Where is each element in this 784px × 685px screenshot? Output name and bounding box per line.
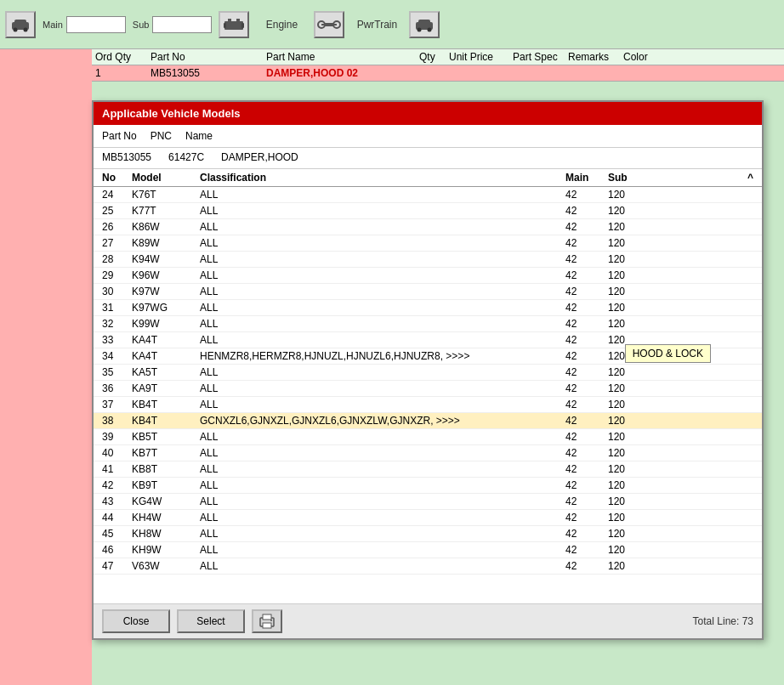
table-row[interactable]: 35 KA5T ALL 42 120 xyxy=(94,365,762,381)
table-row[interactable]: 28 K94W ALL 42 120 xyxy=(94,252,762,268)
row-no: 43 xyxy=(102,495,132,507)
car-icon-btn[interactable] xyxy=(5,11,36,38)
table-row[interactable]: 40 KB7T ALL 42 120 xyxy=(94,445,762,461)
row-no: 28 xyxy=(102,253,132,265)
modal-table-header-row: No Model Classification Main Sub ^ xyxy=(94,169,762,187)
mcol-header-scroll: ^ xyxy=(650,172,753,184)
table-row[interactable]: 25 K77T ALL 42 120 xyxy=(94,203,762,219)
table-row[interactable]: 26 K86W ALL 42 120 xyxy=(94,219,762,235)
part-row-unitprice xyxy=(449,67,513,79)
row-no: 31 xyxy=(102,302,132,314)
table-row[interactable]: 37 KB4T ALL 42 120 xyxy=(94,397,762,413)
pwrtrain-label: PwrTrain xyxy=(351,19,402,31)
mcol-header-sub: Sub xyxy=(608,172,650,184)
table-row[interactable]: 47 V63W ALL 42 120 xyxy=(94,558,762,575)
row-sub: 120 xyxy=(608,205,650,217)
print-button[interactable] xyxy=(252,609,282,633)
main-input[interactable] xyxy=(66,16,126,33)
row-no: 46 xyxy=(102,544,132,556)
table-row[interactable]: 43 KG4W ALL 42 120 xyxy=(94,494,762,510)
row-extra xyxy=(650,189,753,201)
row-sub: 120 xyxy=(608,221,650,233)
row-sub: 120 xyxy=(608,560,650,572)
row-main: 42 xyxy=(565,463,608,475)
table-row[interactable]: 36 KA9T ALL 42 120 xyxy=(94,381,762,397)
row-no: 37 xyxy=(102,399,132,410)
close-button[interactable]: Close xyxy=(102,609,170,633)
parts-data-row[interactable]: 1 61427C 1 MB513055 DAMPER,HOOD 02 xyxy=(0,65,784,82)
row-classification: ALL xyxy=(200,479,565,491)
row-sub: 120 xyxy=(608,463,650,475)
row-classification: ALL xyxy=(200,399,565,410)
row-classification: ALL xyxy=(200,237,565,249)
row-extra xyxy=(650,560,753,572)
row-no: 27 xyxy=(102,237,132,249)
row-extra xyxy=(650,544,753,556)
table-row[interactable]: 44 KH4W ALL 42 120 xyxy=(94,510,762,526)
table-row[interactable]: 29 K96W ALL 42 120 xyxy=(94,268,762,284)
svg-point-16 xyxy=(418,27,422,31)
table-row[interactable]: 45 KH8W ALL 42 120 xyxy=(94,526,762,542)
row-classification: ALL xyxy=(200,447,565,459)
table-row[interactable]: 39 KB5T ALL 42 120 xyxy=(94,429,762,445)
part-row-color xyxy=(623,67,666,79)
col-header-remarks: Remarks xyxy=(568,51,623,63)
part-row-ordqty: 1 xyxy=(95,67,151,79)
row-model: K89W xyxy=(132,237,200,249)
table-row[interactable]: 27 K89W ALL 42 120 xyxy=(94,235,762,252)
right-icon-btn[interactable] xyxy=(409,11,440,38)
select-button[interactable]: Select xyxy=(177,609,245,633)
row-model: V63W xyxy=(132,560,200,572)
table-row[interactable]: 32 K99W ALL 42 120 xyxy=(94,316,762,332)
row-no: 45 xyxy=(102,528,132,540)
col-header-color: Color xyxy=(623,51,666,63)
row-sub: 120 xyxy=(608,382,650,394)
row-no: 26 xyxy=(102,221,132,233)
row-classification: ALL xyxy=(200,560,565,572)
row-sub: 120 xyxy=(608,447,650,459)
part-row-partspec xyxy=(513,67,568,79)
modal-table-body[interactable]: 24 K76T ALL 42 120 25 K77T ALL 42 120 26… xyxy=(94,187,762,603)
row-classification: ALL xyxy=(200,366,565,378)
row-extra xyxy=(650,253,753,265)
part-row-qty xyxy=(419,67,449,79)
engine-icon-btn[interactable] xyxy=(219,11,249,38)
table-row[interactable]: 30 K97W ALL 42 120 xyxy=(94,284,762,300)
row-sub: 120 xyxy=(608,495,650,507)
table-row[interactable]: 38 KB4T GCNXZL6,GJNXZL,GJNXZL6,GJNXZLW,G… xyxy=(94,413,762,429)
table-row[interactable]: 42 KB9T ALL 42 120 xyxy=(94,478,762,494)
row-main: 42 xyxy=(565,544,608,556)
row-model: KH9W xyxy=(132,544,200,556)
row-classification: ALL xyxy=(200,253,565,265)
table-row[interactable]: 46 KH9W ALL 42 120 xyxy=(94,542,762,558)
table-row[interactable]: 24 K76T ALL 42 120 xyxy=(94,187,762,203)
pwrtrain-icon-btn[interactable] xyxy=(314,11,344,38)
row-no: 44 xyxy=(102,512,132,524)
row-classification: ALL xyxy=(200,205,565,217)
row-no: 40 xyxy=(102,447,132,459)
row-sub: 120 xyxy=(608,302,650,314)
row-extra xyxy=(650,205,753,217)
row-model: KA4T xyxy=(132,334,200,346)
table-row[interactable]: 31 K97WG ALL 42 120 xyxy=(94,300,762,316)
table-row[interactable]: 41 KB8T ALL 42 120 xyxy=(94,461,762,478)
svg-rect-5 xyxy=(228,19,231,22)
row-model: KB4T xyxy=(132,399,200,410)
row-extra xyxy=(650,463,753,475)
sub-input[interactable] xyxy=(152,16,212,33)
row-sub: 120 xyxy=(608,512,650,524)
row-main: 42 xyxy=(565,560,608,572)
row-classification: ALL xyxy=(200,318,565,330)
row-no: 47 xyxy=(102,560,132,572)
row-classification: ALL xyxy=(200,221,565,233)
row-extra xyxy=(650,495,753,507)
row-main: 42 xyxy=(565,447,608,459)
row-sub: 120 xyxy=(608,366,650,378)
row-no: 42 xyxy=(102,479,132,491)
row-model: K96W xyxy=(132,269,200,281)
modal-header-values: MB513055 61427C DAMPER,HOOD xyxy=(94,148,762,169)
col-header-flag1 xyxy=(236,51,251,63)
row-no: 35 xyxy=(102,366,132,378)
row-classification: ALL xyxy=(200,431,565,443)
row-extra xyxy=(650,447,753,459)
